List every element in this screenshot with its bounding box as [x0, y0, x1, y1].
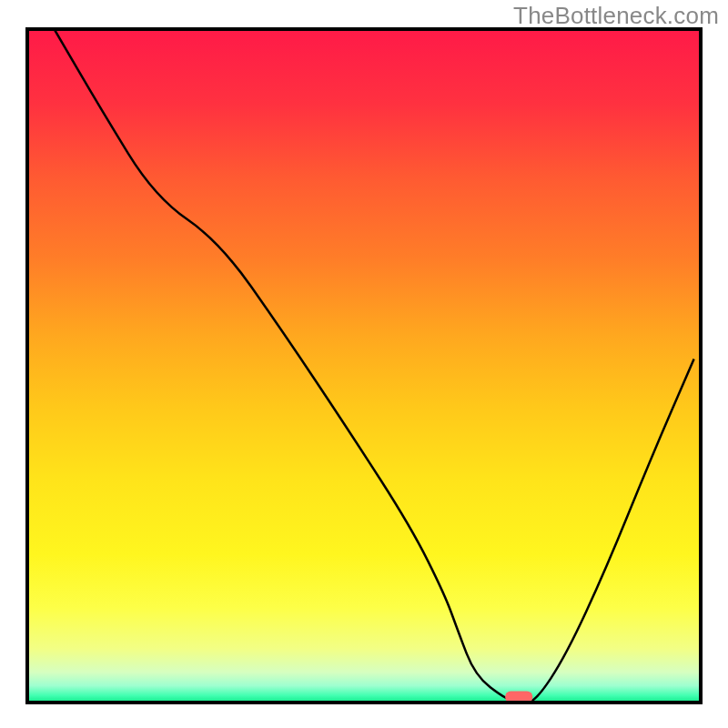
- bottleneck-chart: [0, 0, 728, 728]
- watermark-label: TheBottleneck.com: [513, 2, 719, 30]
- gradient-background: [27, 29, 701, 703]
- chart-container: TheBottleneck.com: [0, 0, 728, 728]
- plot-area: [27, 29, 701, 703]
